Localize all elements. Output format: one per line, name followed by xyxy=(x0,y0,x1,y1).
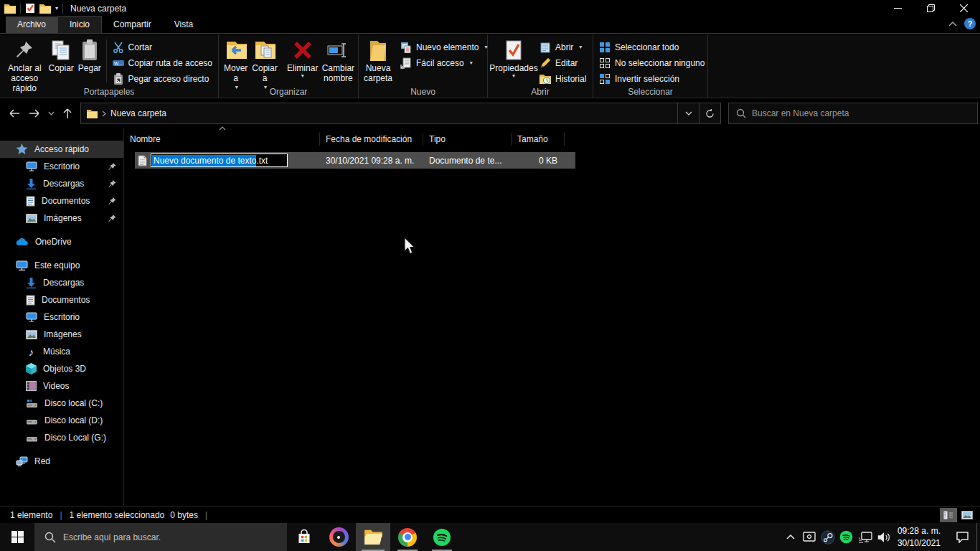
taskbar-clock[interactable]: 09:28 a. m. 30/10/2021 xyxy=(893,525,948,548)
network-icon xyxy=(16,456,28,466)
history-button[interactable]: Historial xyxy=(537,71,589,86)
taskbar-app-spotify[interactable] xyxy=(425,523,459,551)
new-item-button[interactable]: Nuevo elemento▾ xyxy=(397,39,490,55)
tab-compartir[interactable]: Compartir xyxy=(102,17,163,33)
paste-button[interactable]: Pegar xyxy=(76,37,103,75)
edit-button[interactable]: Editar xyxy=(537,55,589,70)
tray-display-settings-icon[interactable] xyxy=(800,532,819,543)
dropdown-caret-icon: ▾ xyxy=(470,60,473,66)
taskbar-app-chrome[interactable] xyxy=(390,523,425,551)
sidebar-item-pc-escritorio[interactable]: Escritorio xyxy=(0,309,123,326)
column-header-tamano[interactable]: Tamaño xyxy=(512,133,565,146)
help-icon[interactable]: ? xyxy=(964,18,976,29)
download-arrow-icon xyxy=(26,179,37,189)
close-button[interactable] xyxy=(947,0,980,17)
video-icon xyxy=(26,381,37,391)
taskbar-app-store[interactable] xyxy=(287,523,321,551)
sidebar-item-pc-musica[interactable]: ♪ Música xyxy=(0,343,123,360)
open-icon xyxy=(540,42,551,53)
breadcrumb[interactable]: Nueva carpeta xyxy=(110,108,166,118)
file-size: 0 KB xyxy=(512,156,565,166)
sidebar-item-red[interactable]: Red xyxy=(0,453,123,470)
download-arrow-icon xyxy=(26,278,37,288)
invert-selection-button[interactable]: Invertir selección xyxy=(596,71,707,86)
sidebar-item-disk-g[interactable]: Disco Local (G:) xyxy=(0,429,123,446)
recent-locations-chevron-icon[interactable] xyxy=(44,103,57,123)
back-button[interactable] xyxy=(4,103,24,123)
cut-button[interactable]: Cortar xyxy=(110,39,215,55)
sidebar-item-disk-d[interactable]: Disco local (D:) xyxy=(0,412,123,429)
refresh-icon[interactable] xyxy=(699,103,720,123)
rename-button[interactable]: Cambiar nombre xyxy=(320,37,357,85)
tab-vista[interactable]: Vista xyxy=(163,17,204,33)
ribbon-tab-row: Archivo Inicio Compartir Vista ? xyxy=(0,17,980,34)
sidebar-item-pc-documentos[interactable]: Documentos xyxy=(0,291,123,309)
sidebar-item-pc-videos[interactable]: Videos xyxy=(0,377,123,395)
tray-spotify-icon[interactable] xyxy=(837,530,856,544)
address-bar[interactable]: Nueva carpeta xyxy=(80,103,721,124)
explorer-search-box[interactable] xyxy=(728,103,978,124)
move-to-button[interactable]: Mover a▾ xyxy=(222,37,250,92)
tab-archivo[interactable]: Archivo xyxy=(6,17,57,33)
collapse-ribbon-chevron-icon[interactable] xyxy=(948,22,957,27)
select-all-button[interactable]: Seleccionar todo xyxy=(596,39,707,55)
desktop: ▾ Nueva carpeta Archivo Inicio Compartir… xyxy=(0,0,980,551)
open-button[interactable]: Abrir▾ xyxy=(537,39,589,55)
address-dropdown-chevron-icon[interactable] xyxy=(677,103,699,123)
sidebar-item-disk-c[interactable]: Disco local (C:) xyxy=(0,395,123,412)
copy-to-button[interactable]: Copiar a▾ xyxy=(250,37,279,92)
rename-input[interactable]: Nuevo documento de texto.txt xyxy=(151,154,288,167)
properties-button[interactable]: Propiedades ▾ xyxy=(491,37,537,80)
start-button[interactable] xyxy=(0,523,34,551)
tray-volume-icon[interactable] xyxy=(875,532,893,543)
tray-network-icon[interactable] xyxy=(856,532,875,543)
qat-properties-icon[interactable] xyxy=(25,3,35,14)
item-count: 1 elemento xyxy=(10,510,52,520)
sidebar-item-imagenes-pinned[interactable]: Imágenes xyxy=(0,209,123,227)
explorer-main: Acceso rápido Escritorio Descargas xyxy=(0,128,980,506)
sidebar-item-descargas-pinned[interactable]: Descargas xyxy=(0,175,123,192)
sidebar-item-onedrive[interactable]: OneDrive xyxy=(0,233,123,250)
forward-button[interactable] xyxy=(24,103,44,123)
delete-button[interactable]: Eliminar ▾ xyxy=(286,37,320,80)
sidebar-item-quick-access[interactable]: Acceso rápido xyxy=(0,141,123,158)
pin-icon xyxy=(108,197,116,205)
column-header-tipo[interactable]: Tipo xyxy=(423,133,512,146)
thumbnails-view-button[interactable] xyxy=(958,508,976,522)
tray-chevron-up-icon[interactable] xyxy=(781,534,800,540)
details-view-button[interactable] xyxy=(940,508,957,522)
taskbar-search-box[interactable] xyxy=(34,523,287,551)
music-app-icon xyxy=(329,527,349,547)
easy-access-button[interactable]: Fácil acceso▾ xyxy=(397,55,490,70)
tab-inicio[interactable]: Inicio xyxy=(57,16,102,33)
column-header-fecha[interactable]: Fecha de modificación xyxy=(320,133,423,146)
column-header-nombre[interactable]: Nombre xyxy=(124,133,320,146)
select-none-button[interactable]: No seleccionar ninguno xyxy=(596,55,707,70)
sidebar-item-escritorio-pinned[interactable]: Escritorio xyxy=(0,158,123,175)
action-center-button[interactable] xyxy=(948,531,976,543)
sidebar-item-pc-objetos3d[interactable]: Objetos 3D xyxy=(0,360,123,377)
sidebar-item-este-equipo[interactable]: Este equipo xyxy=(0,257,123,274)
status-bar: 1 elemento | 1 elemento seleccionado 0 b… xyxy=(0,506,980,523)
new-folder-button[interactable]: Nueva carpeta xyxy=(362,37,395,85)
sidebar-item-pc-imagenes[interactable]: Imágenes xyxy=(0,326,123,343)
taskbar-app-explorer[interactable] xyxy=(356,523,390,551)
tray-steam-icon[interactable] xyxy=(819,530,837,545)
taskbar-search-input[interactable] xyxy=(63,532,287,542)
qat-customize-chevron-icon[interactable]: ▾ xyxy=(55,5,58,11)
paste-shortcut-button[interactable]: Pegar acceso directo xyxy=(110,71,215,86)
file-row-selected[interactable]: Nuevo documento de texto.txt 30/10/2021 … xyxy=(135,152,575,169)
taskbar-app-music[interactable] xyxy=(321,523,356,551)
explorer-search-input[interactable] xyxy=(752,108,977,118)
show-desktop-button[interactable] xyxy=(976,523,980,551)
sidebar-item-documentos-pinned[interactable]: Documentos xyxy=(0,192,123,209)
copy-button[interactable]: Copiar xyxy=(46,37,75,75)
up-button[interactable] xyxy=(57,103,77,123)
minimize-button[interactable] xyxy=(881,0,914,17)
restore-button[interactable] xyxy=(914,0,947,17)
copy-path-button[interactable]: W... Copiar ruta de acceso xyxy=(110,55,215,70)
picture-icon xyxy=(26,214,37,223)
qat-new-folder-icon[interactable] xyxy=(39,4,51,14)
sidebar-item-pc-descargas[interactable]: Descargas xyxy=(0,274,123,291)
group-label-select: Seleccionar xyxy=(593,87,707,97)
